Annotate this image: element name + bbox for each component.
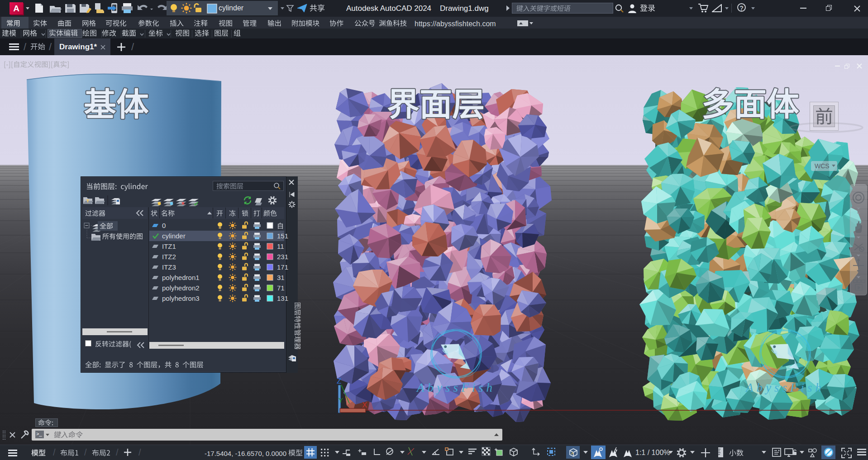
svg-text:AbyssFish: AbyssFish [416, 381, 496, 394]
svg-text:Y: Y [339, 396, 343, 404]
svg-text:A: A [571, 451, 574, 455]
svg-text:X: X [362, 401, 367, 409]
svg-text:AbyssFish: AbyssFish [745, 381, 825, 394]
svg-text:Z: Z [337, 377, 341, 385]
